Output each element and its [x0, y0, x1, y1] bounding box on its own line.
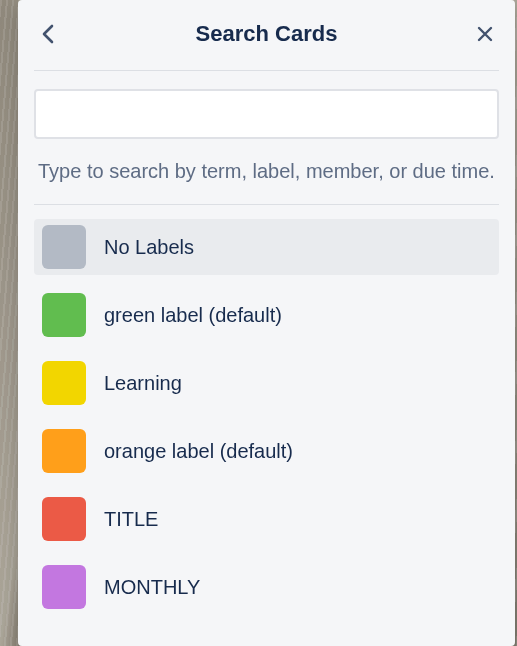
label-option-text: No Labels	[104, 236, 194, 259]
chevron-left-icon	[41, 23, 55, 45]
label-option[interactable]: MONTHLY	[34, 559, 499, 615]
label-option[interactable]: No Labels	[34, 219, 499, 275]
label-color-swatch	[42, 293, 86, 337]
close-icon	[476, 25, 494, 43]
label-color-swatch	[42, 565, 86, 609]
search-input[interactable]	[34, 89, 499, 139]
label-color-swatch	[42, 497, 86, 541]
label-option-text: TITLE	[104, 508, 158, 531]
label-option-text: orange label (default)	[104, 440, 293, 463]
label-color-swatch	[42, 361, 86, 405]
back-button[interactable]	[34, 20, 62, 48]
label-option-text: Learning	[104, 372, 182, 395]
popover-header: Search Cards	[34, 12, 499, 56]
label-option-text: green label (default)	[104, 304, 282, 327]
label-color-swatch	[42, 225, 86, 269]
label-option[interactable]: TITLE	[34, 491, 499, 547]
search-help-text: Type to search by term, label, member, o…	[34, 157, 499, 186]
search-cards-popover: Search Cards Type to search by term, lab…	[18, 0, 515, 646]
label-option-text: MONTHLY	[104, 576, 200, 599]
label-option[interactable]: green label (default)	[34, 287, 499, 343]
divider	[34, 204, 499, 205]
label-option[interactable]: Learning	[34, 355, 499, 411]
close-button[interactable]	[471, 20, 499, 48]
label-option[interactable]: orange label (default)	[34, 423, 499, 479]
label-color-swatch	[42, 429, 86, 473]
label-filter-list: No Labelsgreen label (default)Learningor…	[34, 219, 499, 615]
divider	[34, 70, 499, 71]
popover-title: Search Cards	[196, 21, 338, 47]
